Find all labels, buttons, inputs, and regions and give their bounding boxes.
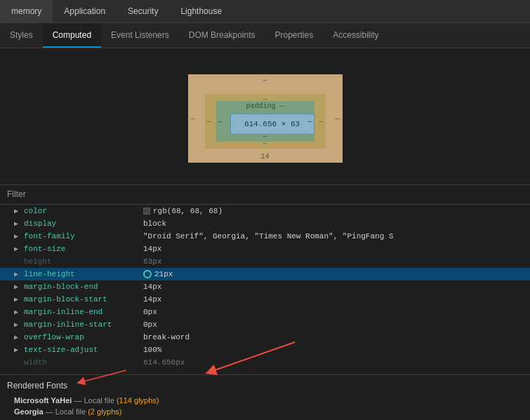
margin-bottom-label: 14: [260, 153, 269, 161]
prop-row-color[interactable]: ▶colorrgb(68, 68, 68): [0, 205, 530, 217]
padding-right: —: [307, 117, 312, 125]
prop-triangle-display: ▶: [14, 219, 21, 228]
prop-row-overflow-wrap[interactable]: ▶overflow-wrapbreak-word: [0, 331, 530, 344]
prop-value-margin-block-start: 14px: [143, 295, 161, 304]
prop-name-font-size: font-size: [24, 245, 143, 253]
prop-triangle-font-size: ▶: [14, 245, 21, 253]
box-model-margin: — 14 — — — — — — padding — — — —: [188, 74, 343, 163]
prop-name-line-height: line-height: [24, 270, 143, 278]
padding-label: padding —: [246, 102, 284, 110]
prop-row-display[interactable]: ▶displayblock: [0, 217, 530, 230]
prop-text-overflow-wrap: break-word: [143, 333, 190, 341]
padding-bottom: —: [263, 133, 267, 140]
prop-name-overflow-wrap: overflow-wrap: [24, 333, 143, 341]
prop-row-margin-block-end[interactable]: ▶margin-block-end14px: [0, 280, 530, 293]
prop-value-margin-block-end: 14px: [143, 283, 161, 291]
prop-value-margin-inline-start: 0px: [143, 320, 157, 329]
svg-line-0: [81, 370, 126, 382]
prop-triangle-font-family: ▶: [14, 232, 21, 241]
prop-text-font-family: "Droid Serif", Georgia, "Times New Roman…: [143, 232, 393, 241]
top-nav: memory Application Security Lighthouse: [0, 0, 530, 23]
prop-value-font-family: "Droid Serif", Georgia, "Times New Roman…: [143, 232, 393, 241]
prop-value-width: 614.656px: [143, 358, 185, 367]
font-source-microsoft-yahei: Local file: [84, 396, 116, 405]
fonts-list: Microsoft YaHei — Local file (114 glyphs…: [7, 395, 523, 417]
prop-text-line-height: 21px: [154, 270, 173, 278]
tab-styles[interactable]: Styles: [0, 23, 43, 48]
prop-row-margin-inline-start[interactable]: ▶margin-inline-start0px: [0, 318, 530, 331]
prop-value-text-size-adjust: 100%: [143, 346, 161, 354]
font-entry-georgia: Georgia — Local file (2 glyphs): [7, 406, 523, 417]
prop-text-width: 614.656px: [143, 358, 185, 367]
properties-container: ▶colorrgb(68, 68, 68)▶displayblock▶font-…: [0, 205, 530, 374]
prop-row-font-size[interactable]: ▶font-size14px: [0, 243, 530, 255]
prop-name-height: height: [24, 257, 143, 266]
font-count-microsoft-yahei: (114 glyphs): [117, 396, 159, 405]
font-sep-georgia: —: [44, 407, 55, 416]
main-content: — 14 — — — — — — padding — — — —: [0, 48, 530, 420]
font-name-microsoft-yahei: Microsoft YaHei: [14, 396, 72, 405]
prop-triangle-overflow-wrap: ▶: [14, 333, 21, 341]
prop-value-margin-inline-end: 0px: [143, 308, 157, 316]
nav-memory[interactable]: memory: [0, 0, 53, 22]
tab-accessibility[interactable]: Accessibility: [323, 23, 388, 48]
prop-name-color: color: [24, 207, 143, 215]
properties-list: ▶colorrgb(68, 68, 68)▶displayblock▶font-…: [0, 205, 530, 374]
prop-value-font-size: 14px: [143, 245, 161, 253]
nav-application[interactable]: Application: [53, 0, 117, 22]
font-entry-microsoft-yahei: Microsoft YaHei — Local file (114 glyphs…: [7, 395, 523, 406]
prop-text-height: 63px: [143, 257, 161, 266]
tab-event-listeners[interactable]: Event Listeners: [101, 23, 179, 48]
prop-text-margin-inline-end: 0px: [143, 308, 157, 316]
prop-row-margin-block-start[interactable]: ▶margin-block-start14px: [0, 293, 530, 306]
prop-row-text-size-adjust[interactable]: ▶text-size-adjust100%: [0, 344, 530, 356]
border-left: —: [207, 117, 211, 125]
prop-name-display: display: [24, 219, 143, 228]
arrow-annotation: [77, 367, 133, 388]
prop-text-display: block: [143, 219, 166, 228]
filter-label: Filter: [7, 189, 26, 199]
box-model-content: 614.656 × 63: [230, 114, 314, 135]
filter-section: Filter: [0, 185, 530, 205]
rendered-fonts-title: Rendered Fonts: [7, 381, 67, 391]
prop-text-margin-inline-start: 0px: [143, 320, 157, 329]
tab-properties[interactable]: Properties: [265, 23, 323, 48]
prop-row-font-family[interactable]: ▶font-family"Droid Serif", Georgia, "Tim…: [0, 230, 530, 243]
prop-name-margin-inline-start: margin-inline-start: [24, 320, 143, 329]
prop-value-line-height: 21px: [143, 270, 173, 278]
prop-name-margin-block-end: margin-block-end: [24, 283, 143, 291]
color-swatch-color: [143, 208, 150, 215]
tab-dom-breakpoints[interactable]: DOM Breakpoints: [179, 23, 265, 48]
prop-text-color: rgb(68, 68, 68): [153, 207, 223, 215]
prop-row-line-height[interactable]: ▶line-height21px: [0, 268, 530, 280]
prop-name-width: width: [24, 358, 143, 367]
prop-triangle-color: ▶: [14, 207, 21, 215]
prop-row-margin-inline-end[interactable]: ▶margin-inline-end0px: [0, 306, 530, 318]
margin-right-label: —: [335, 114, 339, 122]
margin-left-label: —: [191, 114, 195, 122]
box-model-border: — — — — padding — — — — 614.656 × 63: [205, 94, 326, 149]
font-source-georgia: Local file: [55, 407, 88, 416]
prop-triangle-margin-block-start: ▶: [14, 295, 21, 304]
nav-lighthouse[interactable]: Lighthouse: [169, 0, 233, 22]
prop-name-margin-inline-end: margin-inline-end: [24, 308, 143, 316]
margin-label: —: [263, 76, 267, 84]
circle-icon-line-height: [143, 270, 152, 278]
prop-name-margin-block-start: margin-block-start: [24, 295, 143, 304]
prop-triangle-line-height: ▶: [14, 270, 21, 278]
prop-triangle-text-size-adjust: ▶: [14, 346, 21, 354]
font-sep-microsoft-yahei: —: [72, 396, 84, 405]
prop-text-text-size-adjust: 100%: [143, 346, 161, 354]
prop-value-color: rgb(68, 68, 68): [143, 207, 223, 215]
border-right: —: [319, 117, 323, 125]
padding-left: —: [218, 117, 223, 125]
tab-computed[interactable]: Computed: [43, 23, 101, 48]
rendered-fonts-section: Rendered Fonts Microsoft YaHei — Local f…: [0, 374, 530, 420]
prop-text-margin-block-start: 14px: [143, 295, 161, 304]
content-size: 614.656 × 63: [244, 120, 300, 128]
nav-security[interactable]: Security: [117, 0, 169, 22]
prop-value-overflow-wrap: break-word: [143, 333, 190, 341]
prop-row-height[interactable]: height63px: [0, 255, 530, 268]
prop-value-display: block: [143, 219, 166, 228]
box-model-padding: padding — — — — 614.656 × 63: [216, 101, 314, 142]
